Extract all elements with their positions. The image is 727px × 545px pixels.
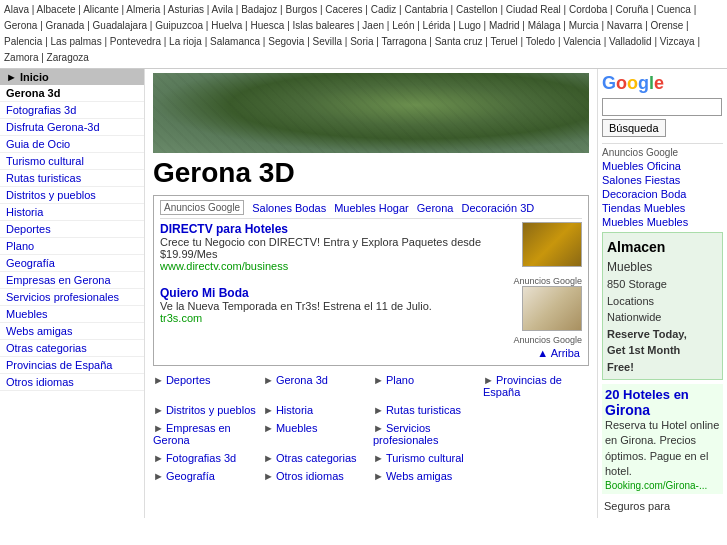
link-gerona3d[interactable]: ►Gerona 3d [263, 372, 369, 400]
ad2-url: tr3s.com [160, 312, 202, 324]
hotel-ad-city: Girona [605, 402, 720, 418]
page-title: Gerona 3D [153, 157, 589, 189]
ad-block: Anuncios Google Salones Bodas Muebles Ho… [153, 195, 589, 366]
link-empty-2 [483, 420, 589, 448]
link-otros-idiomas[interactable]: ►Otros idiomas [263, 468, 369, 484]
ad1-image [522, 222, 582, 267]
link-provincias[interactable]: ►Provincias de España [483, 372, 589, 400]
hotel-ad-url: Booking.com/Girona-... [605, 480, 720, 491]
almacen-detail1: 850 Storage [607, 276, 718, 293]
link-plano[interactable]: ►Plano [373, 372, 479, 400]
hotel-ad-title: 20 Hoteles en [605, 387, 720, 402]
google-search-box: Búsqueda [602, 98, 723, 137]
sidebar-item-guia-ocio[interactable]: Guia de Ocio [0, 136, 144, 153]
almacen-free: Free! [607, 359, 718, 376]
ad-text-1: DIRECTV para Hoteles Crece tu Negocio co… [160, 222, 516, 272]
sidebar-item-deportes[interactable]: Deportes [0, 221, 144, 238]
link-servicios[interactable]: ►Servicios profesionales [373, 420, 479, 448]
ad2-title[interactable]: Quiero Mi Boda [160, 286, 249, 300]
hotel-ad[interactable]: 20 Hoteles en Girona Reserva tu Hotel on… [602, 384, 723, 494]
right-ad-tiendas[interactable]: Tiendas Muebles [602, 202, 723, 214]
hotel-ad-text: Reserva tu Hotel online en Girona. Preci… [605, 418, 720, 480]
almacen-detail3: Nationwide [607, 309, 718, 326]
link-turismo[interactable]: ►Turismo cultural [373, 450, 479, 466]
sidebar-item-disfruta[interactable]: Disfruta Gerona-3d [0, 119, 144, 136]
sidebar-inicio[interactable]: ► Inicio [0, 69, 144, 85]
sidebar-item-webs[interactable]: Webs amigas [0, 323, 144, 340]
ad-entry-1: DIRECTV para Hoteles Crece tu Negocio co… [160, 222, 582, 272]
sidebar-item-fotografias3d[interactable]: Fotografias 3d [0, 102, 144, 119]
sidebar-item-otras[interactable]: Otras categorias [0, 340, 144, 357]
sidebar-item-servicios[interactable]: Servicios profesionales [0, 289, 144, 306]
right-ad-muebles-muebles[interactable]: Muebles Muebles [602, 216, 723, 228]
link-empty-3 [483, 450, 589, 466]
almacen-title: Almacen [607, 237, 718, 258]
sidebar-item-geografia[interactable]: Geografía [0, 255, 144, 272]
link-muebles[interactable]: ►Muebles [263, 420, 369, 448]
anuncios-google-label: Anuncios Google [160, 200, 244, 215]
right-sidebar: Google Búsqueda Anuncios Google Muebles … [597, 69, 727, 518]
ad1-title[interactable]: DIRECTV para Hoteles [160, 222, 288, 236]
ad-block-top-links: Anuncios Google Salones Bodas Muebles Ho… [160, 200, 582, 219]
google-search-input[interactable] [602, 98, 722, 116]
top-location-bar: Alava | Albacete | Alicante | Almeria | … [0, 0, 727, 69]
sidebar-item-otros-idiomas[interactable]: Otros idiomas [0, 374, 144, 391]
link-webs[interactable]: ►Webs amigas [373, 468, 479, 484]
seguros-label: Seguros para [602, 498, 723, 514]
right-ad-muebles-oficina[interactable]: Muebles Oficina [602, 160, 723, 172]
google-logo: Google [602, 73, 723, 94]
ad2-image [522, 286, 582, 331]
ad-link-decoracion[interactable]: Decoración 3D [461, 202, 534, 214]
sidebar-item-gerona3d[interactable]: Gerona 3d [0, 85, 144, 102]
link-historia[interactable]: ►Historia [263, 402, 369, 418]
link-empty-1 [483, 402, 589, 418]
satellite-image: Gerona [153, 73, 589, 153]
right-ads-title: Anuncios Google [602, 143, 723, 158]
link-geografia[interactable]: ►Geografía [153, 468, 259, 484]
sidebar-item-plano[interactable]: Plano [0, 238, 144, 255]
sidebar-link-gerona3d[interactable]: Gerona 3d [6, 87, 60, 99]
sidebar-item-historia[interactable]: Historia [0, 204, 144, 221]
almacen-subtitle: Muebles [607, 258, 718, 276]
sidebar-item-turismo[interactable]: Turismo cultural [0, 153, 144, 170]
ad1-url: www.directv.com/business [160, 260, 288, 272]
anuncios-google-small-2: Anuncios Google [160, 335, 582, 345]
location-links: Alava | Albacete | Alicante | Almeria | … [4, 4, 700, 63]
right-ad-salones[interactable]: Salones Fiestas [602, 174, 723, 186]
link-fotografias[interactable]: ►Fotografias 3d [153, 450, 259, 466]
ad1-desc: Crece tu Negocio con DIRECTV! Entra y Ex… [160, 236, 481, 260]
almacen-ad[interactable]: Almacen Muebles 850 Storage Locations Na… [602, 232, 723, 380]
google-search-button[interactable]: Búsqueda [602, 119, 666, 137]
main-content: Gerona Gerona 3D Anuncios Google Salones… [145, 69, 597, 518]
ad-link-gerona[interactable]: Gerona [417, 202, 454, 214]
ad-entry-2: Quiero Mi Boda Ve la Nueva Temporada en … [160, 286, 582, 331]
sidebar-link-fotografias3d[interactable]: Fotografias 3d [6, 104, 76, 116]
ad2-desc: Ve la Nueva Temporada en Tr3s! Estrena e… [160, 300, 432, 312]
sidebar-item-muebles[interactable]: Muebles [0, 306, 144, 323]
ad-text-2: Quiero Mi Boda Ve la Nueva Temporada en … [160, 286, 516, 331]
link-otras[interactable]: ►Otras categorias [263, 450, 369, 466]
link-deportes[interactable]: ►Deportes [153, 372, 259, 400]
sidebar-item-empresas[interactable]: Empresas en Gerona [0, 272, 144, 289]
link-distritos[interactable]: ►Distritos y pueblos [153, 402, 259, 418]
arriba-link[interactable]: ▲ Arriba [160, 345, 582, 361]
right-ad-decoracion[interactable]: Decoracion Boda [602, 188, 723, 200]
sidebar-item-distritos[interactable]: Distritos y pueblos [0, 187, 144, 204]
link-grid: ►Deportes ►Gerona 3d ►Plano ►Provincias … [153, 372, 589, 484]
sidebar-item-rutas[interactable]: Rutas turisticas [0, 170, 144, 187]
link-empresas[interactable]: ►Empresas en Gerona [153, 420, 259, 448]
almacen-get: Get 1st Month [607, 342, 718, 359]
link-empty-4 [483, 468, 589, 484]
ad-link-muebles[interactable]: Muebles Hogar [334, 202, 409, 214]
almacen-detail2: Locations [607, 293, 718, 310]
left-sidebar: ► Inicio Gerona 3d Fotografias 3d Disfru… [0, 69, 145, 518]
ad-link-salones[interactable]: Salones Bodas [252, 202, 326, 214]
almacen-cta: Reserve Today, [607, 326, 718, 343]
anuncios-google-small-1: Anuncios Google [160, 276, 582, 286]
link-rutas[interactable]: ►Rutas turisticas [373, 402, 479, 418]
sidebar-item-provincias[interactable]: Provincias de España [0, 357, 144, 374]
